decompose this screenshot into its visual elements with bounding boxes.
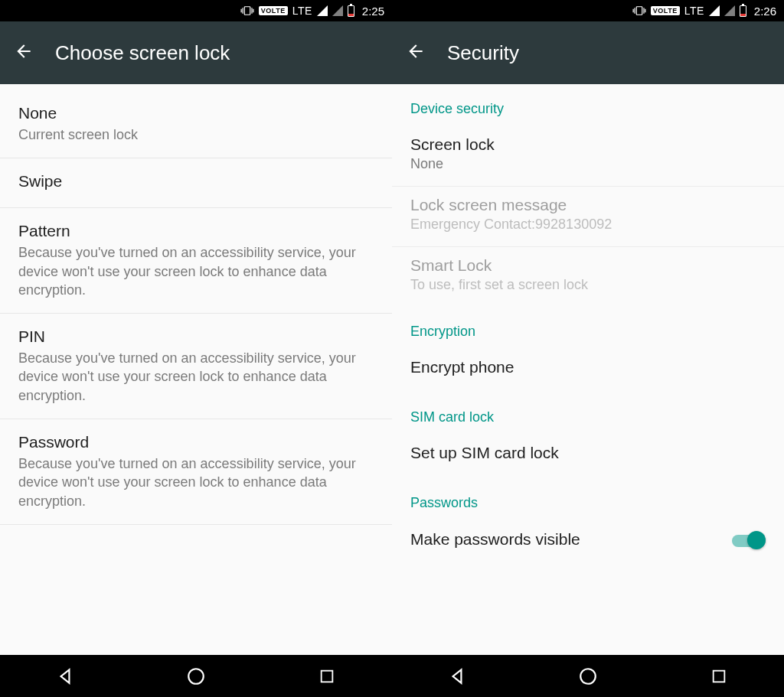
- option-title: Pattern: [18, 222, 374, 240]
- svg-point-5: [188, 669, 204, 684]
- svg-rect-6: [321, 670, 332, 682]
- option-sub: Current screen lock: [18, 125, 374, 144]
- signal-icon-2: [332, 5, 343, 16]
- vibrate-icon: [240, 5, 254, 16]
- option-title: None: [18, 104, 374, 122]
- row-title: Set up SIM card lock: [410, 444, 766, 462]
- back-button[interactable]: [14, 41, 34, 64]
- option-password[interactable]: Password Because you've turned on an acc…: [0, 419, 392, 525]
- volte-badge: VOLTE: [259, 6, 288, 15]
- signal-icon-1: [317, 5, 328, 16]
- option-sub: Because you've turned on an accessibilit…: [18, 454, 374, 510]
- option-pin[interactable]: PIN Because you've turned on an accessib…: [0, 314, 392, 419]
- svg-point-12: [580, 669, 596, 684]
- option-sub: Because you've turned on an accessibilit…: [18, 349, 374, 405]
- status-bar: VOLTE LTE 2:26: [392, 0, 784, 21]
- nav-back-button[interactable]: [433, 666, 482, 686]
- option-none[interactable]: None Current screen lock: [0, 84, 392, 158]
- option-sub: Because you've turned on an accessibilit…: [18, 243, 374, 299]
- row-screen-lock[interactable]: Screen lock None: [392, 126, 784, 187]
- passwords-visible-switch[interactable]: [732, 529, 766, 551]
- volte-badge: VOLTE: [651, 6, 680, 15]
- row-title: Smart Lock: [410, 256, 766, 275]
- network-label: LTE: [684, 5, 704, 17]
- status-clock: 2:25: [362, 5, 384, 18]
- section-device-security: Device security: [392, 84, 784, 126]
- row-sub: To use, first set a screen lock: [410, 277, 766, 293]
- vibrate-icon: [632, 5, 646, 16]
- row-lock-screen-message: Lock screen message Emergency Contact:99…: [392, 187, 784, 247]
- row-sub: Emergency Contact:9928130092: [410, 217, 766, 233]
- nav-home-button[interactable]: [172, 666, 220, 686]
- back-button[interactable]: [406, 41, 426, 64]
- option-pattern[interactable]: Pattern Because you've turned on an acce…: [0, 208, 392, 314]
- row-title: Screen lock: [410, 135, 766, 154]
- nav-recents-button[interactable]: [694, 668, 743, 685]
- battery-icon: [348, 5, 354, 17]
- option-title: Swipe: [18, 172, 374, 191]
- signal-icon-1: [709, 5, 720, 16]
- phone-right: VOLTE LTE 2:26 Security Device security …: [392, 0, 784, 697]
- nav-home-button[interactable]: [564, 666, 612, 686]
- row-setup-sim-lock[interactable]: Set up SIM card lock: [392, 435, 784, 478]
- page-title: Security: [447, 41, 519, 65]
- network-label: LTE: [292, 5, 312, 17]
- section-sim-card-lock: SIM card lock: [392, 392, 784, 435]
- option-title: PIN: [18, 327, 374, 346]
- svg-rect-7: [636, 7, 642, 15]
- section-encryption: Encryption: [392, 307, 784, 349]
- status-clock: 2:26: [754, 5, 776, 18]
- row-encrypt-phone[interactable]: Encrypt phone: [392, 349, 784, 392]
- page-title: Choose screen lock: [55, 41, 230, 65]
- row-passwords-visible[interactable]: Make passwords visible: [392, 520, 784, 565]
- row-sub: None: [410, 156, 766, 172]
- nav-recents-button[interactable]: [302, 668, 351, 685]
- nav-back-button[interactable]: [41, 666, 90, 686]
- app-bar: Security: [392, 21, 784, 84]
- battery-icon: [740, 5, 746, 17]
- option-title: Password: [18, 433, 374, 451]
- screen-lock-list: None Current screen lock Swipe Pattern B…: [0, 84, 392, 655]
- phone-left: VOLTE LTE 2:25 Choose screen lock None C…: [0, 0, 392, 697]
- row-title: Encrypt phone: [410, 358, 766, 376]
- svg-rect-13: [713, 670, 724, 682]
- option-swipe[interactable]: Swipe: [0, 158, 392, 208]
- switch-thumb: [747, 531, 766, 549]
- row-title: Lock screen message: [410, 196, 766, 214]
- security-settings: Device security Screen lock None Lock sc…: [392, 84, 784, 655]
- row-smart-lock: Smart Lock To use, first set a screen lo…: [392, 247, 784, 307]
- svg-rect-0: [244, 7, 250, 15]
- nav-bar: [0, 655, 392, 697]
- row-title: Make passwords visible: [410, 530, 580, 549]
- signal-icon-2: [724, 5, 735, 16]
- nav-bar: [392, 655, 784, 697]
- section-passwords: Passwords: [392, 478, 784, 520]
- status-bar: VOLTE LTE 2:25: [0, 0, 392, 21]
- app-bar: Choose screen lock: [0, 21, 392, 84]
